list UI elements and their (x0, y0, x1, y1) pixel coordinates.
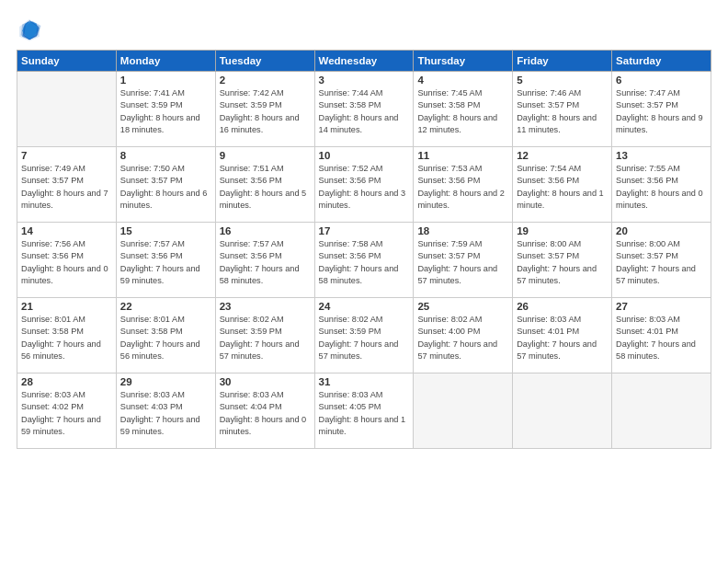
calendar-cell (612, 373, 711, 449)
day-number: 9 (220, 150, 311, 161)
page: SundayMondayTuesdayWednesdayThursdayFrid… (0, 0, 728, 563)
day-info: Sunrise: 7:46 AM Sunset: 3:57 PM Dayligh… (517, 87, 608, 136)
day-number: 24 (319, 301, 410, 312)
calendar-cell: 8Sunrise: 7:50 AM Sunset: 3:57 PM Daylig… (116, 147, 215, 223)
calendar-cell: 11Sunrise: 7:53 AM Sunset: 3:56 PM Dayli… (414, 147, 513, 223)
calendar-cell: 13Sunrise: 7:55 AM Sunset: 3:56 PM Dayli… (612, 147, 711, 223)
logo-icon (17, 17, 42, 42)
day-number: 20 (616, 225, 707, 236)
day-info: Sunrise: 7:58 AM Sunset: 3:56 PM Dayligh… (319, 238, 410, 287)
day-number: 7 (21, 150, 112, 161)
day-number: 12 (517, 150, 608, 161)
calendar-cell: 31Sunrise: 8:03 AM Sunset: 4:05 PM Dayli… (314, 373, 414, 449)
day-info: Sunrise: 7:52 AM Sunset: 3:56 PM Dayligh… (319, 163, 410, 212)
day-info: Sunrise: 7:49 AM Sunset: 3:57 PM Dayligh… (21, 163, 112, 212)
day-info: Sunrise: 7:56 AM Sunset: 3:56 PM Dayligh… (21, 238, 112, 287)
day-info: Sunrise: 8:02 AM Sunset: 4:00 PM Dayligh… (417, 314, 508, 362)
day-info: Sunrise: 8:01 AM Sunset: 3:58 PM Dayligh… (21, 314, 112, 362)
calendar-cell: 14Sunrise: 7:56 AM Sunset: 3:56 PM Dayli… (17, 223, 117, 298)
calendar-cell: 12Sunrise: 7:54 AM Sunset: 3:56 PM Dayli… (513, 147, 612, 223)
day-number: 17 (319, 225, 410, 236)
day-info: Sunrise: 7:45 AM Sunset: 3:58 PM Dayligh… (417, 87, 508, 136)
day-info: Sunrise: 8:03 AM Sunset: 4:01 PM Dayligh… (517, 314, 608, 362)
day-number: 21 (21, 301, 112, 312)
calendar-cell: 26Sunrise: 8:03 AM Sunset: 4:01 PM Dayli… (513, 298, 612, 373)
calendar-week-3: 21Sunrise: 8:01 AM Sunset: 3:58 PM Dayli… (17, 298, 711, 373)
calendar-cell: 9Sunrise: 7:51 AM Sunset: 3:56 PM Daylig… (215, 147, 314, 223)
day-info: Sunrise: 8:03 AM Sunset: 4:04 PM Dayligh… (220, 389, 311, 438)
calendar-header-thursday: Thursday (414, 51, 513, 72)
day-number: 31 (319, 376, 410, 387)
day-info: Sunrise: 8:00 AM Sunset: 3:57 PM Dayligh… (616, 238, 707, 287)
day-number: 3 (319, 75, 410, 86)
day-info: Sunrise: 8:01 AM Sunset: 3:58 PM Dayligh… (120, 314, 211, 362)
day-number: 28 (21, 376, 112, 387)
calendar-week-4: 28Sunrise: 8:03 AM Sunset: 4:02 PM Dayli… (17, 373, 711, 449)
calendar-header-row: SundayMondayTuesdayWednesdayThursdayFrid… (17, 51, 711, 72)
day-info: Sunrise: 8:03 AM Sunset: 4:05 PM Dayligh… (319, 389, 410, 438)
calendar-cell: 1Sunrise: 7:41 AM Sunset: 3:59 PM Daylig… (116, 72, 215, 147)
calendar-cell: 3Sunrise: 7:44 AM Sunset: 3:58 PM Daylig… (314, 72, 414, 147)
calendar-cell: 5Sunrise: 7:46 AM Sunset: 3:57 PM Daylig… (513, 72, 612, 147)
calendar-cell: 23Sunrise: 8:02 AM Sunset: 3:59 PM Dayli… (215, 298, 314, 373)
calendar-week-2: 14Sunrise: 7:56 AM Sunset: 3:56 PM Dayli… (17, 223, 711, 298)
day-number: 19 (517, 225, 608, 236)
day-info: Sunrise: 7:55 AM Sunset: 3:56 PM Dayligh… (616, 163, 707, 212)
day-number: 23 (220, 301, 311, 312)
calendar-cell: 2Sunrise: 7:42 AM Sunset: 3:59 PM Daylig… (215, 72, 314, 147)
calendar-table: SundayMondayTuesdayWednesdayThursdayFrid… (17, 50, 711, 449)
day-number: 15 (120, 225, 211, 236)
calendar-cell: 6Sunrise: 7:47 AM Sunset: 3:57 PM Daylig… (612, 72, 711, 147)
calendar-cell: 10Sunrise: 7:52 AM Sunset: 3:56 PM Dayli… (314, 147, 414, 223)
day-number: 11 (417, 150, 508, 161)
calendar-cell: 25Sunrise: 8:02 AM Sunset: 4:00 PM Dayli… (414, 298, 513, 373)
day-info: Sunrise: 7:57 AM Sunset: 3:56 PM Dayligh… (220, 238, 311, 287)
day-number: 22 (120, 301, 211, 312)
day-info: Sunrise: 7:53 AM Sunset: 3:56 PM Dayligh… (417, 163, 508, 212)
day-number: 26 (517, 301, 608, 312)
day-info: Sunrise: 8:02 AM Sunset: 3:59 PM Dayligh… (220, 314, 311, 362)
calendar-cell: 28Sunrise: 8:03 AM Sunset: 4:02 PM Dayli… (17, 373, 117, 449)
day-number: 18 (417, 225, 508, 236)
header (17, 17, 711, 42)
day-info: Sunrise: 7:44 AM Sunset: 3:58 PM Dayligh… (319, 87, 410, 136)
calendar-cell (414, 373, 513, 449)
day-number: 30 (220, 376, 311, 387)
calendar-week-0: 1Sunrise: 7:41 AM Sunset: 3:59 PM Daylig… (17, 72, 711, 147)
day-info: Sunrise: 8:03 AM Sunset: 4:02 PM Dayligh… (21, 389, 112, 438)
calendar-cell: 29Sunrise: 8:03 AM Sunset: 4:03 PM Dayli… (116, 373, 215, 449)
logo (17, 17, 46, 42)
day-info: Sunrise: 7:50 AM Sunset: 3:57 PM Dayligh… (120, 163, 211, 212)
day-number: 29 (120, 376, 211, 387)
day-number: 4 (417, 75, 508, 86)
day-info: Sunrise: 7:41 AM Sunset: 3:59 PM Dayligh… (120, 87, 211, 136)
calendar-cell (17, 72, 117, 147)
day-number: 1 (120, 75, 211, 86)
day-info: Sunrise: 7:47 AM Sunset: 3:57 PM Dayligh… (616, 87, 707, 136)
calendar-cell: 19Sunrise: 8:00 AM Sunset: 3:57 PM Dayli… (513, 223, 612, 298)
calendar-cell: 4Sunrise: 7:45 AM Sunset: 3:58 PM Daylig… (414, 72, 513, 147)
calendar-cell: 20Sunrise: 8:00 AM Sunset: 3:57 PM Dayli… (612, 223, 711, 298)
calendar-cell (513, 373, 612, 449)
day-number: 10 (319, 150, 410, 161)
calendar-cell: 22Sunrise: 8:01 AM Sunset: 3:58 PM Dayli… (116, 298, 215, 373)
day-number: 5 (517, 75, 608, 86)
day-number: 2 (220, 75, 311, 86)
day-info: Sunrise: 8:03 AM Sunset: 4:03 PM Dayligh… (120, 389, 211, 438)
calendar-cell: 24Sunrise: 8:02 AM Sunset: 3:59 PM Dayli… (314, 298, 414, 373)
calendar-cell: 17Sunrise: 7:58 AM Sunset: 3:56 PM Dayli… (314, 223, 414, 298)
calendar-cell: 27Sunrise: 8:03 AM Sunset: 4:01 PM Dayli… (612, 298, 711, 373)
day-info: Sunrise: 8:02 AM Sunset: 3:59 PM Dayligh… (319, 314, 410, 362)
day-number: 6 (616, 75, 707, 86)
day-info: Sunrise: 8:00 AM Sunset: 3:57 PM Dayligh… (517, 238, 608, 287)
calendar-cell: 21Sunrise: 8:01 AM Sunset: 3:58 PM Dayli… (17, 298, 117, 373)
calendar-header-sunday: Sunday (17, 51, 117, 72)
calendar-header-tuesday: Tuesday (215, 51, 314, 72)
day-info: Sunrise: 7:57 AM Sunset: 3:56 PM Dayligh… (120, 238, 211, 287)
day-info: Sunrise: 7:42 AM Sunset: 3:59 PM Dayligh… (220, 87, 311, 136)
day-number: 14 (21, 225, 112, 236)
calendar-cell: 30Sunrise: 8:03 AM Sunset: 4:04 PM Dayli… (215, 373, 314, 449)
day-number: 16 (220, 225, 311, 236)
calendar-cell: 16Sunrise: 7:57 AM Sunset: 3:56 PM Dayli… (215, 223, 314, 298)
day-info: Sunrise: 7:59 AM Sunset: 3:57 PM Dayligh… (417, 238, 508, 287)
